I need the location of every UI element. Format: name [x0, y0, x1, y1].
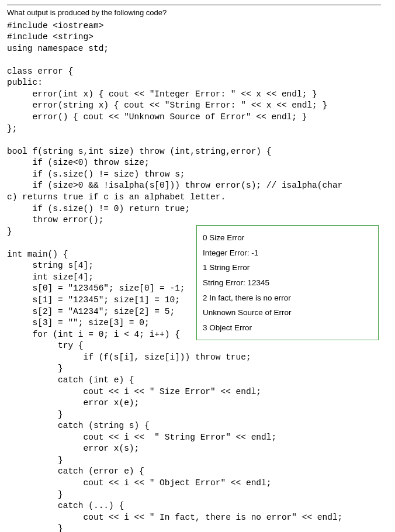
output-line: Integer Error: -1 — [203, 246, 372, 261]
output-box: 0 Size Error Integer Error: -1 1 String … — [196, 225, 379, 340]
top-rule — [7, 5, 381, 5]
output-line: 0 Size Error — [203, 230, 372, 246]
output-line: String Error: 12345 — [203, 275, 372, 291]
question-text: What output is produced by the following… — [7, 8, 388, 18]
output-line: 2 In fact, there is no error — [203, 291, 372, 306]
output-line: 3 Object Error — [203, 320, 372, 336]
output-line: 1 String Error — [203, 260, 372, 275]
output-line: Unknown Source of Error — [203, 305, 372, 320]
